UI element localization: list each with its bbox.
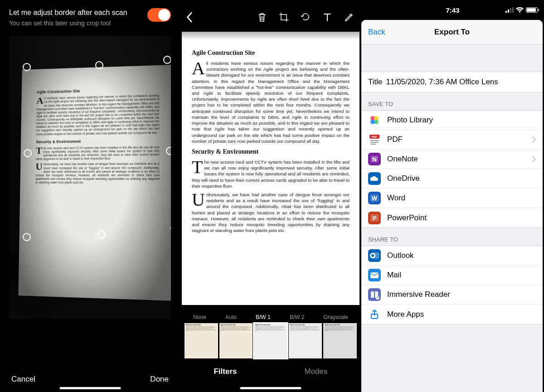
save-to-list: Photo LibraryPDFPDFNOneNoteOneDriveWWord… — [361, 110, 543, 228]
editor-toolbar — [180, 0, 361, 28]
share-to-list: OutlookMailImmersive ReaderMore Apps — [361, 246, 543, 324]
preview-p3-text: nfortunately, we have had another case o… — [192, 192, 350, 233]
tab-filters[interactable]: Filters — [214, 367, 237, 376]
crop-panel: Let me adjust border after each scan You… — [0, 0, 180, 392]
pen-icon — [344, 12, 354, 22]
export-option-onedrive[interactable]: OneDrive — [361, 169, 543, 189]
back-button[interactable]: Back — [368, 28, 385, 37]
export-option-label: PowerPoint — [387, 213, 536, 223]
export-title: Export To — [434, 28, 470, 37]
home-indicator[interactable] — [59, 387, 121, 389]
svg-point-28 — [371, 254, 374, 257]
crop-handle[interactable] — [163, 56, 171, 64]
export-option-label: Photo Library — [387, 116, 536, 125]
back-button[interactable] — [185, 12, 194, 22]
status-time: 7:43 — [446, 6, 459, 14]
home-indicator[interactable] — [240, 387, 301, 389]
dropcap: U — [35, 163, 43, 170]
crop-button[interactable] — [279, 12, 289, 22]
crop-handle[interactable] — [166, 147, 171, 155]
crop-handle[interactable] — [23, 63, 31, 71]
adjust-border-toggle[interactable] — [147, 8, 171, 22]
export-option-label: More Apps — [387, 310, 536, 319]
svg-rect-4 — [368, 114, 381, 126]
preview-h1: Agile Construction Site — [192, 49, 350, 58]
preview-p2-text: he new access card and CCTV system has b… — [192, 160, 350, 189]
chevron-right-icon — [532, 156, 536, 162]
export-option-more[interactable]: More Apps — [361, 305, 543, 324]
filter-thumb[interactable]: Agile Construction Sitell residents have… — [219, 323, 253, 358]
crop-handle[interactable] — [95, 61, 103, 69]
filter-thumb[interactable]: Agile Construction Sitell residents have… — [185, 323, 218, 358]
text-button[interactable] — [322, 12, 332, 22]
filter-thumb[interactable]: Agile Construction Sitell residents have… — [289, 323, 322, 358]
export-option-label: Mail — [387, 271, 536, 280]
export-option-pdf[interactable]: PDFPDF — [361, 130, 543, 150]
export-navbar: Back Export To — [361, 20, 543, 44]
onenote-icon: N — [368, 153, 381, 165]
filter-label[interactable]: B/W 2 — [290, 314, 305, 320]
dropcap: T — [36, 146, 43, 154]
svg-text:PDF: PDF — [372, 136, 377, 138]
export-option-mail[interactable]: Mail — [361, 266, 543, 285]
more-icon — [368, 308, 381, 321]
export-option-word[interactable]: WWord — [361, 189, 543, 208]
doc-h1: Agile Construction Site — [37, 87, 159, 95]
export-option-label: PDF — [387, 135, 532, 144]
crop-handle[interactable] — [97, 231, 106, 239]
filter-label[interactable]: None — [193, 314, 206, 320]
crop-handle[interactable] — [23, 233, 31, 241]
export-option-outlook[interactable]: Outlook — [361, 246, 543, 266]
preview-p2: The new access card and CCTV system has … — [192, 159, 350, 189]
doc-p2-text: he new access card and CCTV system has b… — [36, 145, 160, 160]
dropcap: U — [192, 192, 206, 207]
filter-panel: Agile Construction Site All residents ha… — [180, 0, 361, 392]
export-panel: 7:43 Back Export To Title 11/05/2020, 7:… — [361, 0, 544, 392]
doc-h2: Security & Environment — [36, 138, 159, 144]
filter-thumb[interactable]: Agile Construction Sitell residents have… — [323, 323, 357, 358]
svg-text:W: W — [372, 195, 378, 202]
crop-handle[interactable] — [24, 149, 32, 157]
scan-area[interactable]: Agile Construction Site All residents ha… — [9, 36, 171, 319]
svg-rect-14 — [370, 144, 376, 145]
filter-thumb[interactable]: Agile Construction Sitell residents have… — [254, 323, 287, 358]
svg-text:N: N — [372, 156, 376, 163]
filter-labels: NoneAutoB/W 1B/W 2Grayscale — [180, 314, 361, 320]
svg-text:P: P — [373, 215, 377, 222]
doc-p3: Unfortunately, we have had another case … — [35, 162, 160, 184]
battery-icon — [526, 7, 538, 13]
done-button[interactable]: Done — [150, 375, 169, 384]
filter-label[interactable]: B/W 1 — [256, 314, 271, 320]
tab-modes[interactable]: Modes — [304, 367, 327, 376]
scanned-document: Agile Construction Site All residents ha… — [18, 65, 171, 301]
share-to-header: SHARE TO — [361, 228, 543, 246]
export-option-label: Outlook — [387, 251, 536, 260]
export-option-reader[interactable]: Immersive Reader — [361, 285, 543, 305]
svg-rect-2 — [510, 8, 511, 13]
export-option-powerpoint[interactable]: PPowerPoint — [361, 208, 543, 227]
chevron-right-icon — [532, 136, 536, 143]
filter-label[interactable]: Auto — [225, 314, 237, 320]
export-option-label: OneNote — [387, 155, 532, 164]
filter-label[interactable]: Grayscale — [324, 314, 348, 320]
document-preview[interactable]: Agile Construction Site All residents ha… — [182, 32, 359, 305]
svg-rect-13 — [370, 142, 379, 143]
mail-icon — [368, 269, 381, 281]
status-indicators — [505, 7, 538, 13]
title-row[interactable]: Title 11/05/2020, 7:36 AM Office Lens — [361, 72, 543, 92]
export-option-onenote[interactable]: NOneNote — [361, 150, 543, 169]
export-option-photos[interactable]: Photo Library — [361, 111, 543, 130]
doc-p3-text: nfortunately, we have had another case o… — [35, 162, 160, 184]
title-label: Title — [368, 77, 383, 87]
svg-rect-12 — [370, 140, 379, 141]
rotate-button[interactable] — [301, 12, 311, 22]
signal-icon — [505, 7, 514, 13]
cancel-button[interactable]: Cancel — [11, 375, 35, 384]
ink-button[interactable] — [344, 12, 354, 22]
delete-button[interactable] — [257, 12, 267, 22]
svg-rect-3 — [512, 7, 514, 13]
save-to-header: SAVE TO — [361, 92, 543, 110]
dropcap: T — [192, 159, 204, 174]
wifi-icon — [516, 7, 524, 13]
chevron-left-icon — [186, 12, 193, 22]
